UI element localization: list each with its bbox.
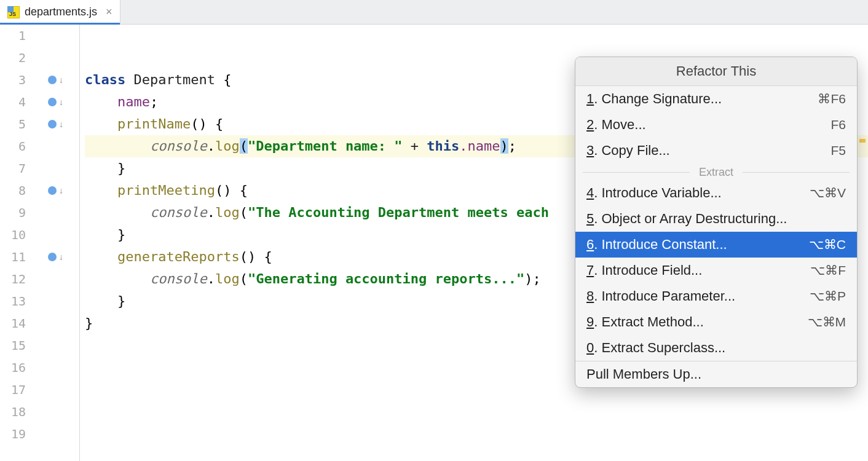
line-number: 17 bbox=[0, 379, 26, 401]
refactor-item-label: 6. Introduce Constant... bbox=[586, 237, 727, 253]
override-icon[interactable] bbox=[48, 253, 57, 261]
refactor-item-shortcut: F5 bbox=[831, 143, 846, 158]
popup-section-extract: Extract bbox=[575, 164, 857, 180]
refactor-item[interactable]: 0. Extract Superclass... bbox=[575, 335, 857, 361]
line-number: 1 bbox=[0, 25, 26, 47]
marker-gutter: ↓↓↓↓↓ bbox=[37, 25, 80, 461]
close-icon[interactable]: × bbox=[106, 6, 112, 18]
warning-stripe[interactable] bbox=[859, 139, 866, 143]
refactor-item[interactable]: 8. Introduce Parameter...⌥⌘P bbox=[575, 283, 857, 309]
tab-filename: departments.js bbox=[25, 6, 97, 18]
popup-title: Refactor This bbox=[575, 57, 857, 86]
refactor-item-shortcut: ⌥⌘M bbox=[808, 315, 846, 329]
line-number: 13 bbox=[0, 290, 26, 312]
refactor-item-label: 0. Extract Superclass... bbox=[586, 340, 725, 356]
override-icon[interactable] bbox=[48, 98, 57, 106]
string-meeting: "The Accounting Department meets each bbox=[248, 205, 549, 220]
paren-open-hl: ( bbox=[240, 138, 248, 154]
log-fn: log bbox=[215, 138, 240, 154]
marker-row bbox=[37, 157, 79, 179]
line-number: 19 bbox=[0, 423, 26, 445]
keyword-class: class bbox=[85, 72, 125, 87]
arrow-down-icon: ↓ bbox=[59, 186, 63, 195]
line-number: 11 bbox=[0, 246, 26, 268]
refactor-popup: Refactor This 1. Change Signature...⌘F62… bbox=[575, 57, 858, 388]
class-name: Department bbox=[133, 72, 215, 87]
refactor-item-label: 7. Introduce Field... bbox=[586, 262, 702, 278]
this-kw: this bbox=[427, 138, 459, 154]
file-tab[interactable]: JS departments.js × bbox=[0, 0, 120, 24]
line-number: 15 bbox=[0, 334, 26, 357]
line-number: 9 bbox=[0, 202, 26, 224]
line-number: 8 bbox=[0, 179, 26, 202]
refactor-item[interactable]: Pull Members Up... bbox=[575, 361, 857, 387]
refactor-item-shortcut: ⌥⌘C bbox=[809, 237, 846, 252]
string-reports: "Generating accounting reports..." bbox=[248, 271, 524, 286]
method-generatereports: generateReports bbox=[117, 249, 240, 264]
refactor-item[interactable]: 4. Introduce Variable...⌥⌘V bbox=[575, 180, 857, 206]
refactor-item-label: Pull Members Up... bbox=[586, 366, 701, 382]
marker-row: ↓ bbox=[37, 113, 79, 135]
refactor-item-label: 8. Introduce Parameter... bbox=[586, 288, 735, 304]
marker-row bbox=[37, 357, 79, 379]
marker-row bbox=[37, 423, 79, 445]
marker-row: ↓ bbox=[37, 91, 79, 113]
line-number: 7 bbox=[0, 157, 26, 179]
line-number: 5 bbox=[0, 113, 26, 135]
marker-row bbox=[37, 334, 79, 357]
line-number: 14 bbox=[0, 312, 26, 334]
refactor-item[interactable]: 3. Copy File...F5 bbox=[575, 138, 857, 164]
line-number: 6 bbox=[0, 135, 26, 157]
line-number: 18 bbox=[0, 401, 26, 423]
tab-bar: JS departments.js × bbox=[0, 0, 868, 25]
marker-row bbox=[37, 268, 79, 290]
method-printmeeting: printMeeting bbox=[117, 183, 215, 198]
refactor-item-shortcut: ⌥⌘F bbox=[810, 263, 846, 278]
override-icon[interactable] bbox=[48, 120, 57, 128]
console-obj: console bbox=[150, 138, 207, 154]
marker-row bbox=[37, 135, 79, 157]
marker-row bbox=[37, 202, 79, 224]
method-printname: printName bbox=[117, 116, 191, 132]
line-number: 4 bbox=[0, 91, 26, 113]
refactor-item-shortcut: ⌘F6 bbox=[818, 92, 846, 106]
marker-row bbox=[37, 25, 79, 47]
arrow-down-icon: ↓ bbox=[59, 97, 63, 107]
refactor-item-label: 1. Change Signature... bbox=[586, 91, 722, 107]
override-icon[interactable] bbox=[48, 76, 57, 84]
arrow-down-icon: ↓ bbox=[59, 75, 63, 85]
field-name: name bbox=[117, 94, 150, 109]
marker-row bbox=[37, 401, 79, 423]
refactor-item-label: 4. Introduce Variable... bbox=[586, 185, 722, 201]
marker-row bbox=[37, 379, 79, 401]
line-number: 10 bbox=[0, 224, 26, 246]
refactor-item[interactable]: 2. Move...F6 bbox=[575, 112, 857, 138]
js-file-icon: JS bbox=[7, 6, 20, 18]
line-number: 12 bbox=[0, 268, 26, 290]
refactor-item-label: 9. Extract Method... bbox=[586, 314, 704, 330]
refactor-item-label: 5. Object or Array Destructuring... bbox=[586, 211, 787, 227]
refactor-item[interactable]: 7. Introduce Field...⌥⌘F bbox=[575, 258, 857, 283]
refactor-item-shortcut: F6 bbox=[831, 117, 846, 132]
string-dept: "Department name: " bbox=[248, 138, 403, 154]
arrow-down-icon: ↓ bbox=[59, 119, 63, 129]
refactor-item[interactable]: 1. Change Signature...⌘F6 bbox=[575, 86, 857, 112]
marker-row: ↓ bbox=[37, 179, 79, 202]
marker-row: ↓ bbox=[37, 69, 79, 91]
marker-row bbox=[37, 312, 79, 334]
refactor-item[interactable]: 6. Introduce Constant...⌥⌘C bbox=[575, 232, 857, 258]
marker-row bbox=[37, 224, 79, 246]
arrow-down-icon: ↓ bbox=[59, 252, 63, 262]
override-icon[interactable] bbox=[48, 186, 57, 195]
refactor-item[interactable]: 9. Extract Method...⌥⌘M bbox=[575, 309, 857, 335]
paren-close-hl: ) bbox=[500, 138, 508, 154]
line-number-gutter: 12345678910111213141516171819 bbox=[0, 25, 37, 461]
refactor-item-label: 3. Copy File... bbox=[586, 143, 670, 159]
refactor-item-shortcut: ⌥⌘V bbox=[810, 186, 846, 200]
refactor-item-label: 2. Move... bbox=[586, 117, 646, 133]
refactor-item-shortcut: ⌥⌘P bbox=[810, 289, 846, 304]
marker-row: ↓ bbox=[37, 246, 79, 268]
marker-row bbox=[37, 47, 79, 69]
refactor-item[interactable]: 5. Object or Array Destructuring... bbox=[575, 206, 857, 232]
line-number: 16 bbox=[0, 357, 26, 379]
